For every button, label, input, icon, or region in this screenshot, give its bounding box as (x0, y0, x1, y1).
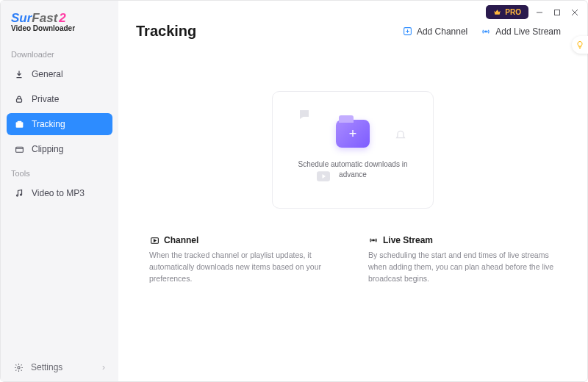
add-live-stream-button[interactable]: Add Live Stream (481, 26, 561, 37)
minimize-button[interactable] (533, 6, 546, 19)
ghost-chat-icon (298, 108, 311, 121)
page-title: Tracking (136, 23, 196, 40)
titlebar: PRO (486, 5, 581, 19)
empty-state-text: Schedule automatic downloads in advance (294, 159, 412, 180)
tracking-icon (14, 119, 24, 129)
sidebar-item-tracking[interactable]: Tracking (7, 113, 112, 135)
folder-add-icon: + (336, 120, 370, 148)
sidebar-item-label: Tracking (32, 119, 65, 129)
settings-label: Settings (31, 362, 62, 372)
sidebar-item-general[interactable]: General (7, 63, 112, 85)
info-channel-title: Channel (164, 235, 198, 245)
svg-rect-3 (15, 147, 23, 152)
svg-point-6 (18, 366, 20, 368)
sidebar-item-label: Private (32, 94, 59, 104)
info-channel: Channel When the tracked channel or play… (149, 235, 339, 284)
pro-button[interactable]: PRO (486, 5, 528, 19)
app-window: SurFast2 Video Downloader Downloader Gen… (0, 0, 588, 382)
info-live-title: Live Stream (383, 235, 433, 245)
broadcast-icon (481, 26, 491, 37)
brand-logo: SurFast2 Video Downloader (1, 11, 118, 43)
svg-point-12 (485, 31, 487, 32)
sidebar-item-label: Clipping (32, 144, 63, 154)
settings-button[interactable]: Settings › (1, 353, 118, 381)
brand-part2: Fast (32, 11, 57, 25)
chevron-right-icon: › (102, 362, 105, 372)
download-icon (14, 69, 24, 79)
lock-icon (14, 94, 24, 104)
sidebar-item-clipping[interactable]: Clipping (7, 138, 112, 160)
pro-label: PRO (505, 8, 521, 16)
svg-rect-1 (15, 122, 23, 128)
close-button[interactable] (568, 6, 581, 19)
tip-button[interactable] (572, 36, 588, 54)
clipping-icon (14, 144, 24, 154)
brand-part3: 2 (59, 11, 65, 25)
sidebar-section-tools: Tools (1, 162, 118, 181)
svg-rect-8 (555, 10, 560, 15)
svg-point-5 (21, 194, 22, 195)
sidebar-item-private[interactable]: Private (7, 88, 112, 110)
info-live-desc: By scheduling the start and end times of… (368, 250, 558, 284)
sidebar-item-label: General (32, 69, 63, 79)
brand-subtitle: Video Downloader (11, 24, 108, 32)
maximize-button[interactable] (551, 6, 564, 19)
info-live: Live Stream By scheduling the start and … (368, 235, 558, 284)
crown-icon (493, 8, 501, 16)
content-area: + Schedule automatic downloads in advanc… (118, 40, 587, 381)
sidebar: SurFast2 Video Downloader Downloader Gen… (1, 1, 118, 381)
info-channel-desc: When the tracked channel or playlist upd… (149, 250, 339, 284)
ghost-play-icon (317, 171, 330, 181)
svg-point-15 (373, 239, 374, 241)
broadcast-icon (368, 235, 379, 245)
add-channel-label: Add Channel (417, 26, 467, 37)
empty-state-card: + Schedule automatic downloads in advanc… (272, 91, 434, 209)
ghost-bell-icon (395, 129, 406, 140)
svg-rect-0 (17, 99, 22, 103)
add-live-label: Add Live Stream (495, 26, 561, 37)
brand-part1: Sur (11, 11, 32, 25)
add-channel-icon (403, 26, 412, 36)
main-pane: PRO Tracking Add Channel Add Live Stream (118, 1, 587, 381)
info-row: Channel When the tracked channel or play… (118, 209, 587, 284)
svg-point-4 (17, 195, 18, 196)
lightbulb-icon (576, 40, 584, 49)
play-box-icon (149, 235, 159, 245)
svg-rect-2 (17, 120, 21, 122)
gear-icon (14, 363, 24, 372)
music-note-icon (14, 188, 24, 198)
sidebar-item-label: Video to MP3 (32, 188, 85, 198)
add-channel-button[interactable]: Add Channel (403, 26, 467, 37)
sidebar-section-downloader: Downloader (1, 43, 118, 62)
sidebar-item-video-to-mp3[interactable]: Video to MP3 (7, 182, 112, 204)
